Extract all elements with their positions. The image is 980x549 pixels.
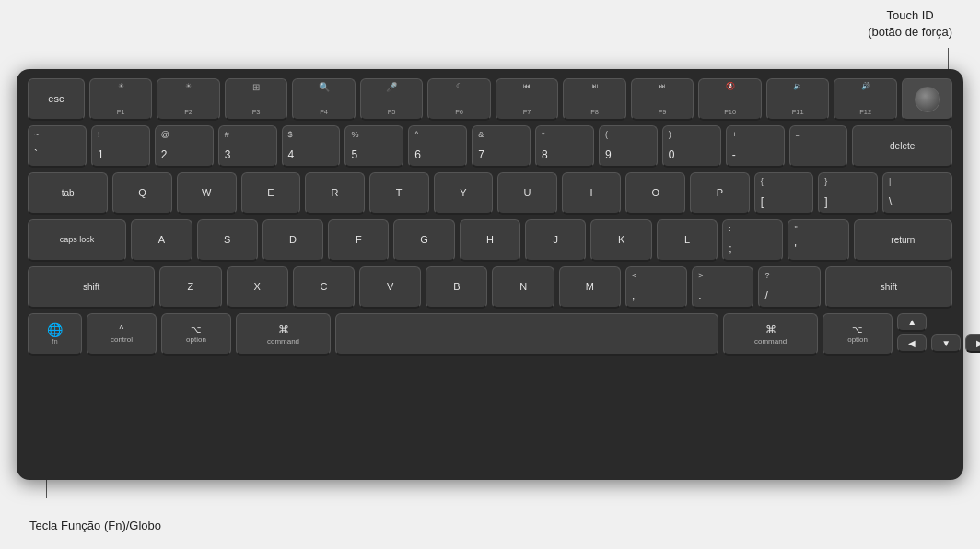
key-f7[interactable]: ⏮ F7	[496, 78, 559, 121]
key-arrow-left[interactable]: ◀	[897, 334, 927, 353]
key-a[interactable]: A	[131, 219, 192, 262]
key-y[interactable]: Y	[434, 172, 494, 215]
key-2[interactable]: @ 2	[155, 125, 214, 168]
key-arrow-right[interactable]: ▶	[965, 334, 980, 353]
key-backtick[interactable]: ~ `	[28, 125, 87, 168]
key-arrow-down[interactable]: ▼	[931, 334, 961, 353]
key-arrow-up[interactable]: ▲	[897, 313, 927, 332]
key-x[interactable]: X	[227, 266, 288, 309]
key-j[interactable]: J	[525, 219, 586, 262]
key-minus[interactable]: + -	[726, 125, 785, 168]
key-z[interactable]: Z	[159, 266, 221, 309]
key-control[interactable]: ^ control	[87, 313, 157, 356]
keyboard-wrapper: esc ☀ F1 ☀ F2 ⊞ F3 🔍 F4 🎤 F5 ☾	[17, 69, 963, 480]
key-fn-globe[interactable]: 🌐 fn	[28, 313, 82, 356]
fn-key-row: esc ☀ F1 ☀ F2 ⊞ F3 🔍 F4 🎤 F5 ☾	[28, 78, 952, 121]
key-0[interactable]: ) 0	[662, 125, 721, 168]
key-left-shift[interactable]: shift	[28, 266, 155, 309]
key-4[interactable]: $ 4	[282, 125, 341, 168]
key-l[interactable]: L	[657, 219, 718, 262]
key-g[interactable]: G	[393, 219, 454, 262]
key-f12[interactable]: 🔊 F12	[834, 78, 897, 121]
arrow-key-group: ▲ ◀ ▼ ▶	[897, 313, 952, 356]
key-d[interactable]: D	[262, 219, 323, 262]
key-esc[interactable]: esc	[28, 78, 85, 121]
fn-label: Tecla Função (Fn)/Globo	[29, 519, 161, 532]
key-tab[interactable]: tab	[28, 172, 108, 215]
key-slash[interactable]: ? /	[758, 266, 820, 309]
key-open-bracket[interactable]: { [	[754, 172, 814, 215]
qwerty-key-row: tab Q W E R T Y U I O P { [ } ] | \	[28, 172, 952, 215]
key-s[interactable]: S	[197, 219, 258, 262]
key-v[interactable]: V	[359, 266, 421, 309]
key-f2[interactable]: ☀ F2	[157, 78, 220, 121]
touch-id-sensor	[915, 87, 940, 112]
key-b[interactable]: B	[426, 266, 487, 309]
zxcv-key-row: shift Z X C V B N M < , > . ? / shift	[28, 266, 952, 309]
touch-id-annotation: Touch ID (botão de força)	[868, 7, 952, 41]
key-return[interactable]: return	[854, 219, 952, 262]
key-right-shift[interactable]: shift	[825, 266, 952, 309]
key-o[interactable]: O	[625, 172, 685, 215]
key-u[interactable]: U	[497, 172, 557, 215]
key-h[interactable]: H	[460, 219, 520, 262]
key-9[interactable]: ( 9	[599, 125, 658, 168]
key-k[interactable]: K	[590, 219, 651, 262]
key-delete[interactable]: delete	[852, 125, 952, 168]
asdf-key-row: caps lock A S D F G H J K L : ; " ' retu…	[28, 219, 952, 262]
key-p[interactable]: P	[690, 172, 750, 215]
key-equals[interactable]: =	[789, 125, 848, 168]
key-f8[interactable]: ⏯ F8	[563, 78, 626, 121]
key-f10[interactable]: 🔇 F10	[698, 78, 762, 121]
key-comma[interactable]: < ,	[625, 266, 687, 309]
key-touch-id[interactable]	[902, 78, 952, 121]
key-5[interactable]: % 5	[344, 125, 403, 168]
number-key-row: ~ ` ! 1 @ 2 # 3 $ 4 % 5	[28, 125, 952, 168]
arrow-top-row: ▲	[897, 313, 952, 332]
key-w[interactable]: W	[177, 172, 237, 215]
key-3[interactable]: # 3	[218, 125, 277, 168]
key-r[interactable]: R	[305, 172, 365, 215]
key-caps-lock[interactable]: caps lock	[28, 219, 126, 262]
touch-id-label: Touch ID	[886, 8, 933, 22]
key-q[interactable]: Q	[112, 172, 172, 215]
key-m[interactable]: M	[559, 266, 621, 309]
key-8[interactable]: * 8	[535, 125, 594, 168]
fn-annotation: Tecla Função (Fn)/Globo	[29, 519, 161, 532]
key-close-bracket[interactable]: } ]	[818, 172, 878, 215]
key-f1[interactable]: ☀ F1	[89, 78, 153, 121]
key-right-option[interactable]: ⌥ option	[822, 313, 892, 356]
bottom-key-row: 🌐 fn ^ control ⌥ option ⌘ command ⌘ comm…	[28, 313, 952, 356]
key-f9[interactable]: ⏭ F9	[631, 78, 694, 121]
key-space[interactable]	[335, 313, 718, 356]
key-period[interactable]: > .	[692, 266, 753, 309]
key-6[interactable]: ^ 6	[408, 125, 467, 168]
key-f5[interactable]: 🎤 F5	[360, 78, 424, 121]
key-right-command[interactable]: ⌘ command	[723, 313, 818, 356]
key-t[interactable]: T	[369, 172, 429, 215]
key-f6[interactable]: ☾ F6	[427, 78, 491, 121]
key-semicolon[interactable]: : ;	[722, 219, 783, 262]
key-n[interactable]: N	[492, 266, 554, 309]
arrow-bottom-row: ◀ ▼ ▶	[897, 334, 952, 353]
key-f[interactable]: F	[328, 219, 389, 262]
key-backslash[interactable]: | \	[882, 172, 952, 215]
key-left-command[interactable]: ⌘ command	[236, 313, 331, 356]
key-f4[interactable]: 🔍 F4	[292, 78, 356, 121]
key-quote[interactable]: " '	[788, 219, 848, 262]
key-i[interactable]: I	[562, 172, 622, 215]
key-f11[interactable]: 🔉 F11	[766, 78, 830, 121]
keyboard: esc ☀ F1 ☀ F2 ⊞ F3 🔍 F4 🎤 F5 ☾	[17, 69, 963, 480]
key-e[interactable]: E	[241, 172, 301, 215]
touch-id-sub: (botão de força)	[868, 25, 952, 39]
key-1[interactable]: ! 1	[91, 125, 150, 168]
key-f3[interactable]: ⊞ F3	[225, 78, 288, 121]
key-7[interactable]: & 7	[472, 125, 531, 168]
key-left-option[interactable]: ⌥ option	[161, 313, 231, 356]
key-c[interactable]: C	[293, 266, 355, 309]
